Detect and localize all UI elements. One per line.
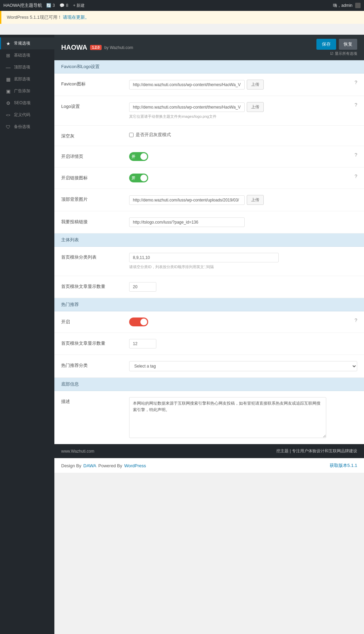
sidebar-item-label: 常规选项 (14, 40, 30, 46)
updates-icon[interactable]: 🔄 3 (46, 3, 55, 8)
sidebar-item-custom-code[interactable]: <> 定义代码 (0, 109, 54, 121)
category-list-hint: 请填空分类ID，列表按分类ID顺序排列用英文','间隔 (129, 264, 357, 270)
theme-header: HAOWA 1.2.0 by Wazhuti.com 保存 恢复 ☑ 显示所有选… (54, 35, 364, 60)
row-darkgray: 深空灰 是否开启灰度模式 (54, 126, 364, 146)
show-all-label: 显示所有选项 (335, 51, 357, 56)
control-submit-link (129, 217, 357, 227)
row-hot-category: 热门推荐分类 Select a tag (54, 355, 364, 378)
sidebar-item-ads[interactable]: ▣ 广告添加 (0, 85, 54, 97)
hot-article-count-input[interactable] (129, 339, 156, 348)
logo-upload-btn[interactable]: 上传 (247, 102, 264, 112)
ads-icon: ▣ (5, 88, 11, 94)
header-right: 保存 恢复 ☑ 显示所有选项 (316, 39, 357, 56)
link-icon-slider: 开 (129, 174, 148, 182)
favicon-help-icon[interactable]: ? (354, 80, 357, 85)
sidebar-item-bottom[interactable]: ▦ 底部选项 (0, 73, 54, 85)
restore-button[interactable]: 恢复 (339, 39, 357, 50)
hot-category-select[interactable]: Select a tag (129, 361, 357, 371)
category-list-input[interactable] (129, 253, 279, 262)
theme-website[interactable]: Wazhuti.com (110, 45, 133, 50)
row-logo: Logo设置 上传 其它位置请手动替换主题文件夹images/logo.png文… (54, 96, 364, 126)
hot-enable-help-icon[interactable]: ? (354, 318, 357, 323)
hot-enable-toggle-wrap: 关 (129, 318, 357, 326)
control-hot-enable: 关 ? (129, 318, 357, 326)
section-header-footer: 底部信息 (54, 378, 364, 391)
sidebar-item-label: 广告添加 (14, 88, 30, 94)
sidebar-item-basic[interactable]: ⊞ 基础选项 (0, 49, 54, 61)
row-category-list: 首页模块分类列表 请填空分类ID，列表按分类ID顺序排列用英文','间隔 (54, 247, 364, 276)
version-link[interactable]: 获取版本5.1.1 (330, 462, 357, 469)
star-icon: ★ (5, 41, 11, 46)
admin-bar-right: 嗨，admin (333, 3, 361, 9)
control-hot-category: Select a tag (129, 361, 357, 371)
hot-enable-toggle[interactable]: 关 (129, 318, 148, 326)
section-header-hot: 热门推荐 (54, 298, 364, 311)
wordpress-link[interactable]: WordPress (124, 463, 146, 468)
new-button[interactable]: + 新建 (73, 3, 85, 9)
header-bg-input[interactable] (129, 195, 245, 205)
detail-page-slider: 开 (129, 152, 148, 161)
header-bg-upload-group: 上传 (129, 195, 357, 205)
hot-enable-slider: 关 (129, 318, 148, 326)
description-textarea[interactable]: 本网站的网址数据来源于互联网搜索引擎和热心网友投稿，如有冒犯请直接联系热友网友或… (129, 397, 326, 438)
darkgray-checkbox[interactable] (129, 133, 134, 137)
detail-page-toggle[interactable]: 开 (129, 152, 148, 161)
dawa-link[interactable]: DAWA (83, 463, 96, 468)
section-header-favicon: Favicon和Logo设置 (54, 60, 364, 74)
label-header-bg: 顶部背景图片 (61, 195, 129, 202)
label-hot-category: 热门推荐分类 (61, 361, 129, 369)
sidebar-item-label: 备份选项 (14, 124, 30, 130)
db-icon: ⊞ (5, 53, 11, 58)
favicon-upload-btn[interactable]: 上传 (247, 80, 264, 90)
link-icon-toggle[interactable]: 开 (129, 174, 148, 182)
comments-icon[interactable]: 💬 8 (59, 3, 68, 8)
logo-hint: 其它位置请手动替换主题文件夹images/logo.png文件 (129, 114, 357, 119)
row-article-count-main: 首页模块文章显示数量 (54, 276, 364, 298)
wp-wrapper: ★ 常规选项 ⊞ 基础选项 — 顶部选项 ▦ 底部选项 ▣ 广告添加 ⚙ SEO… (0, 35, 364, 634)
sidebar-item-backup[interactable]: 🛡 备份选项 (0, 121, 54, 133)
row-favicon: Favicon图标 上传 ? (54, 74, 364, 96)
favicon-input[interactable] (129, 80, 245, 90)
theme-version: 1.2.0 (90, 45, 102, 50)
header-bg-upload-btn[interactable]: 上传 (247, 195, 264, 205)
detail-page-help-icon[interactable]: ? (354, 152, 357, 158)
site-footer-left: www.Wazhuti.com (61, 449, 94, 454)
row-header-bg: 顶部背景图片 上传 (54, 189, 364, 211)
logo-upload-group: 上传 (129, 102, 357, 112)
logo-input[interactable] (129, 102, 245, 112)
label-darkgray: 深空灰 (61, 132, 129, 139)
admin-name[interactable]: 嗨，admin (333, 3, 352, 9)
theme-name: HAOWA (61, 44, 87, 51)
sidebar-item-seo[interactable]: ⚙ SEO选项 (0, 97, 54, 109)
page-footer: Design By DAWA Powered By WordPress 获取版本… (54, 458, 364, 473)
theme-title: HAOWA 1.2.0 by Wazhuti.com (61, 44, 133, 51)
settings-container: Favicon和Logo设置 Favicon图标 上传 ? Logo设置 (54, 60, 364, 444)
site-footer-right: 挖主题 | 专注用户体验设计和互联网品牌建设 (276, 448, 357, 454)
logo-help-icon[interactable]: ? (354, 102, 357, 108)
label-link-icon: 开启链接图标 (61, 174, 129, 181)
powered-by-text: Powered By (98, 463, 122, 468)
theme-by-text: by Wazhuti.com (104, 45, 133, 50)
sidebar-item-top[interactable]: — 顶部选项 (0, 61, 54, 73)
update-link[interactable]: 请现在更新。 (63, 15, 89, 20)
show-all-options[interactable]: ☑ 显示所有选项 (330, 51, 357, 56)
hot-toggle-off-label: 关 (143, 320, 146, 325)
control-darkgray: 是否开启灰度模式 (129, 132, 357, 138)
sidebar: ★ 常规选项 ⊞ 基础选项 — 顶部选项 ▦ 底部选项 ▣ 广告添加 ⚙ SEO… (0, 35, 54, 634)
grid-icon: ▦ (5, 77, 11, 82)
submit-link-input[interactable] (129, 217, 245, 227)
detail-page-toggle-wrap: 开 (129, 152, 357, 161)
site-name[interactable]: HAOWA挖主题导航 (3, 2, 42, 9)
label-category-list: 首页模块分类列表 (61, 253, 129, 260)
article-count-main-input[interactable] (129, 282, 156, 292)
screen-options-icon[interactable] (355, 3, 361, 8)
save-button[interactable]: 保存 (316, 39, 336, 50)
main-content: HAOWA 1.2.0 by Wazhuti.com 保存 恢复 ☑ 显示所有选… (54, 35, 364, 634)
update-notice: WordPress 5.1.1现已可用！ 请现在更新。 (0, 11, 364, 24)
control-header-bg: 上传 (129, 195, 357, 205)
sidebar-item-general[interactable]: ★ 常规选项 (0, 37, 54, 49)
control-category-list: 请填空分类ID，列表按分类ID顺序排列用英文','间隔 (129, 253, 357, 270)
link-icon-help-icon[interactable]: ? (354, 174, 357, 179)
toggle-on-label2: 开 (132, 176, 135, 181)
darkgray-checkbox-group: 是否开启灰度模式 (129, 132, 357, 138)
